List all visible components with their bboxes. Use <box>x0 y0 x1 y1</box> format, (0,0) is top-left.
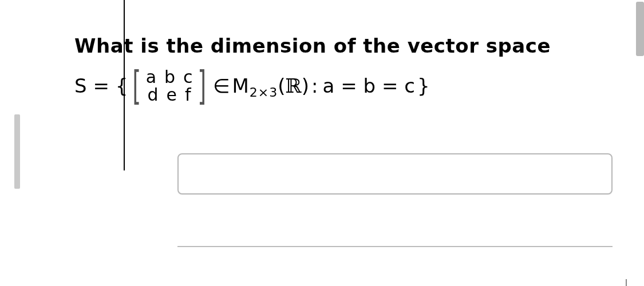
rparen: ) <box>302 76 309 96</box>
matrix-cell-a: a <box>146 68 156 86</box>
rbrace: } <box>417 76 430 96</box>
answer-input[interactable] <box>177 153 613 194</box>
matrix-cell-c: c <box>183 68 193 86</box>
formula-lhs: S = { <box>74 76 128 96</box>
question-formula: S = { [ a b c d e f ] ∈ <box>74 68 624 104</box>
corner-tick <box>626 279 627 286</box>
matrix: [ a b c d e f ] <box>129 68 210 104</box>
field-R: ℝ <box>286 76 302 96</box>
matrix-dims-sub: 2×3 <box>250 86 278 99</box>
matrix-cell-e: e <box>167 86 177 104</box>
scrollbar-thumb[interactable] <box>636 2 644 56</box>
question-prompt: What is the dimension of the vector spac… <box>74 34 624 58</box>
matrix-space-M: M <box>232 76 249 96</box>
condition: a = b = c <box>323 76 415 96</box>
matrix-cell-b: b <box>164 68 175 86</box>
matrix-body: a b c d e f <box>146 68 193 104</box>
divider-line <box>177 246 613 247</box>
nav-indicator-bar <box>14 114 20 189</box>
page-root: What is the dimension of the vector spac… <box>0 0 644 286</box>
question-block: What is the dimension of the vector spac… <box>74 34 624 104</box>
matrix-row-1: a b c <box>146 68 193 86</box>
element-of-symbol: ∈ <box>213 76 230 96</box>
matrix-cell-f: f <box>185 86 191 104</box>
matrix-right-bracket: ] <box>197 69 206 104</box>
matrix-left-bracket: [ <box>132 69 141 104</box>
colon: : <box>311 76 318 96</box>
lparen: ( <box>278 76 285 96</box>
matrix-row-2: d e f <box>146 86 193 104</box>
matrix-cell-d: d <box>148 86 159 104</box>
